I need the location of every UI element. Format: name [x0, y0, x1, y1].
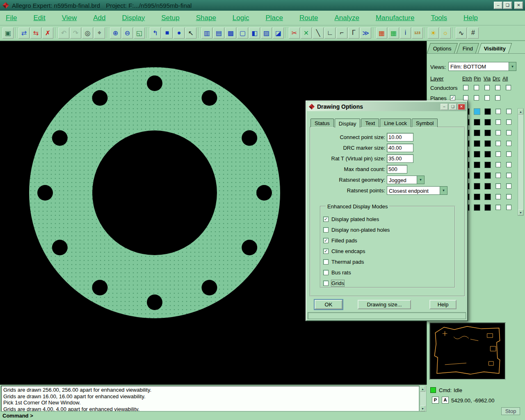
redo-button[interactable]: ↷: [70, 27, 81, 39]
menu-analyze[interactable]: Analyze: [334, 14, 359, 22]
max-rband-count-input[interactable]: [387, 165, 407, 173]
dialog-maximize-button[interactable]: ❏: [449, 104, 457, 110]
line-any-button[interactable]: ╲: [313, 27, 324, 39]
bus-rats-checkbox[interactable]: [323, 270, 329, 275]
p-button[interactable]: P: [432, 397, 439, 404]
grid-toggle-button[interactable]: #: [468, 27, 479, 39]
log-scroll-down-icon[interactable]: ▼: [420, 406, 425, 411]
layer-color-swatch[interactable]: [484, 140, 491, 147]
drc-marker-size-input[interactable]: [387, 144, 413, 152]
layer-color-swatch[interactable]: [474, 172, 480, 179]
log-scroll-up-icon[interactable]: ▲: [420, 386, 425, 392]
dehighlight-button[interactable]: ☼: [440, 27, 451, 39]
log-scrollbar[interactable]: ▲ ▼: [420, 386, 427, 412]
layer-color-swatch[interactable]: [474, 162, 480, 168]
layer-color-swatch[interactable]: [474, 130, 480, 136]
layer-visibility-checkbox[interactable]: [495, 109, 501, 114]
menu-add[interactable]: Add: [93, 14, 105, 22]
color-dialog-button[interactable]: ▦: [376, 27, 387, 39]
select-pointer-button[interactable]: ↖: [185, 27, 196, 39]
thermal-pads-checkbox[interactable]: [323, 259, 329, 265]
layer-color-swatch[interactable]: [474, 119, 480, 126]
dialog-close-button[interactable]: ✕: [458, 104, 465, 110]
layer-color-swatch[interactable]: [484, 119, 491, 126]
tab-line-lock[interactable]: Line Lock: [380, 119, 411, 127]
layer-visibility-checkbox[interactable]: [495, 162, 501, 167]
layer-list-scrollbar[interactable]: ▲ ▼: [518, 108, 524, 216]
layer-color-swatch[interactable]: [474, 204, 480, 211]
layer-visibility-checkbox[interactable]: [506, 119, 511, 125]
highlight-button[interactable]: ☀: [428, 27, 439, 39]
display-plated-holes-checkbox[interactable]: ✓: [323, 217, 329, 222]
maximize-button[interactable]: ❏: [503, 2, 512, 9]
zoom-in-button[interactable]: ⊕: [110, 27, 121, 39]
layer-visibility-checkbox[interactable]: [495, 130, 501, 135]
layer-visibility-checkbox[interactable]: [506, 162, 511, 167]
shape-hatch-button[interactable]: ▨: [261, 27, 272, 39]
label-123-button[interactable]: 123: [412, 27, 423, 39]
help-button[interactable]: Help: [429, 300, 457, 309]
window-frame-button[interactable]: ▥: [201, 27, 212, 39]
layer-color-swatch[interactable]: [484, 194, 491, 200]
layer-color-swatch[interactable]: [474, 140, 480, 147]
undo-button[interactable]: ↶: [58, 27, 69, 39]
ratsnest-points-dropdown[interactable]: Closest endpoint ▼: [387, 186, 447, 195]
layer-visibility-checkbox[interactable]: [495, 194, 501, 199]
dialog-minimize-button[interactable]: –: [441, 104, 448, 110]
menu-route[interactable]: Route: [299, 14, 318, 22]
save-button[interactable]: ▣: [2, 27, 14, 39]
tab-status[interactable]: Status: [310, 119, 334, 127]
minimize-button[interactable]: –: [494, 2, 502, 9]
line-ortho-button[interactable]: ∟: [324, 27, 336, 39]
layer-visibility-checkbox[interactable]: [506, 151, 511, 157]
layer-visibility-checkbox[interactable]: [495, 119, 501, 125]
shape-slant-button[interactable]: ◪: [273, 27, 284, 39]
tab-symbol[interactable]: Symbol: [412, 119, 438, 127]
zoom-fit-button[interactable]: ◱: [134, 27, 145, 39]
drawing-size-button[interactable]: Drawing size...: [358, 300, 411, 309]
menu-setup[interactable]: Setup: [161, 14, 179, 22]
layer-visibility-checkbox[interactable]: [506, 141, 511, 146]
shape-rect-button[interactable]: ■: [162, 27, 173, 39]
origin-pin-button[interactable]: ⌖: [94, 27, 105, 39]
shape-circle-button[interactable]: ●: [173, 27, 185, 39]
layer-color-swatch[interactable]: [484, 183, 491, 189]
layer-color-swatch[interactable]: [484, 204, 491, 211]
grids-checkbox[interactable]: [323, 281, 329, 286]
shape-unfill-button[interactable]: ▢: [237, 27, 248, 39]
cut-cline-button[interactable]: ✂: [289, 27, 300, 39]
line-45-button[interactable]: ⌐: [336, 27, 347, 39]
ok-button[interactable]: OK: [315, 300, 342, 309]
zoom-out-button[interactable]: ⊖: [122, 27, 133, 39]
menu-display[interactable]: Display: [122, 14, 145, 22]
command-prompt[interactable]: Command >: [2, 413, 33, 419]
layer-visibility-checkbox[interactable]: [506, 183, 511, 189]
menu-view[interactable]: View: [62, 14, 77, 22]
layer-visibility-checkbox[interactable]: [495, 173, 501, 178]
cline-endcaps-checkbox[interactable]: ✓: [323, 249, 329, 254]
stop-button[interactable]: Stop: [501, 407, 520, 415]
layer-color-swatch[interactable]: [484, 108, 491, 115]
menu-place[interactable]: Place: [266, 14, 283, 22]
dialog-title-bar[interactable]: Drawing Options – ❏ ✕: [307, 102, 466, 111]
layer-color-swatch[interactable]: [484, 162, 491, 168]
color-priority-button[interactable]: ▦: [388, 27, 399, 39]
layer-color-swatch[interactable]: [484, 130, 491, 136]
layer-visibility-checkbox[interactable]: [506, 194, 511, 199]
window-pan-button[interactable]: ▤: [213, 27, 224, 39]
line-corner-button[interactable]: Γ: [348, 27, 359, 39]
close-button[interactable]: ✕: [514, 2, 523, 9]
connect-point-size-input[interactable]: [387, 133, 413, 142]
delete-button[interactable]: ✗: [42, 27, 53, 39]
ratsnest-geometry-dropdown[interactable]: Jogged ▼: [387, 176, 425, 184]
a-button[interactable]: A: [442, 397, 449, 404]
menu-file[interactable]: File: [6, 14, 17, 22]
menu-manufacture[interactable]: Manufacture: [376, 14, 415, 22]
layer-color-swatch[interactable]: [484, 151, 491, 158]
layer-visibility-checkbox[interactable]: [495, 151, 501, 157]
scroll-up-icon[interactable]: ▲: [518, 109, 523, 114]
vertex-delete-button[interactable]: ✕: [301, 27, 312, 39]
message-log[interactable]: Grids are drawn 256.00, 256.00 apart for…: [1, 386, 420, 412]
filled-pads-checkbox[interactable]: ✓: [323, 238, 329, 243]
layer-color-swatch[interactable]: [474, 108, 480, 115]
